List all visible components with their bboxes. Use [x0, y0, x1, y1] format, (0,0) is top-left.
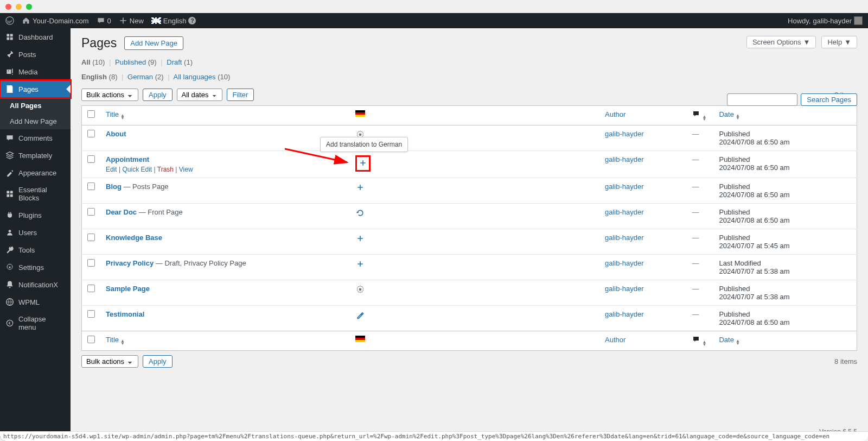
- col-author[interactable]: Author: [599, 106, 686, 125]
- plus-translation-icon[interactable]: [355, 259, 365, 269]
- sidebar-item-pages[interactable]: Pages: [0, 80, 71, 98]
- plus-translation-icon[interactable]: [355, 234, 365, 243]
- row-checkbox[interactable]: [87, 259, 95, 267]
- sidebar-item-collapse-menu[interactable]: Collapse menu: [0, 311, 71, 336]
- date-filter-select[interactable]: All dates: [177, 89, 222, 101]
- page-title-link[interactable]: Knowledge Base: [106, 234, 162, 242]
- sidebar-item-plugins[interactable]: Plugins: [0, 206, 71, 224]
- plus-translation-icon[interactable]: [358, 158, 368, 168]
- date-cell: Published2024/07/08 at 6:50 am: [713, 151, 857, 178]
- pencil-translation-icon[interactable]: [355, 310, 365, 320]
- page-title-link[interactable]: Appointment: [106, 155, 149, 163]
- row-checkbox[interactable]: [87, 155, 95, 163]
- svg-point-6: [9, 230, 11, 232]
- col-date[interactable]: Date▲▼: [713, 106, 857, 125]
- filter-published[interactable]: Published: [115, 58, 146, 66]
- author-link[interactable]: galib-hayder: [605, 130, 644, 138]
- comment-icon: [692, 336, 700, 343]
- edit-link[interactable]: Edit: [106, 166, 117, 173]
- select-all-checkbox[interactable]: [87, 110, 95, 118]
- page-title-link[interactable]: Testimonial: [106, 310, 144, 318]
- screen-options-button[interactable]: Screen Options ▼: [746, 36, 816, 48]
- col-date-bottom[interactable]: Date▲▼: [713, 331, 857, 351]
- row-checkbox[interactable]: [87, 208, 95, 216]
- plugins-icon: [5, 211, 14, 219]
- filter-all[interactable]: All: [81, 58, 91, 66]
- help-button[interactable]: Help ▼: [821, 36, 857, 48]
- gear-translation-icon[interactable]: [355, 285, 365, 294]
- wp-logo[interactable]: [5, 16, 14, 25]
- filter-german[interactable]: German: [127, 73, 153, 81]
- site-name-link[interactable]: Your-Domain.com: [22, 16, 89, 25]
- author-link[interactable]: galib-hayder: [605, 259, 644, 267]
- mac-maximize-icon[interactable]: [26, 4, 32, 10]
- author-link[interactable]: galib-hayder: [605, 208, 644, 216]
- submenu-all-pages[interactable]: All Pages: [0, 98, 71, 114]
- page-title-link[interactable]: Sample Page: [106, 285, 150, 293]
- submenu-add-new-page[interactable]: Add New Page: [0, 114, 71, 129]
- svg-rect-3: [10, 191, 13, 193]
- author-link[interactable]: galib-hayder: [605, 310, 644, 318]
- comment-count: —: [692, 234, 699, 242]
- sidebar-item-users[interactable]: Users: [0, 224, 71, 241]
- language-switcher[interactable]: English?: [151, 17, 196, 25]
- page-title-link[interactable]: About: [106, 130, 126, 138]
- svg-rect-1: [7, 86, 12, 93]
- row-checkbox[interactable]: [87, 310, 95, 318]
- uk-flag-icon: [151, 17, 161, 24]
- select-all-checkbox-bottom[interactable]: [87, 336, 95, 343]
- row-checkbox[interactable]: [87, 182, 95, 190]
- filter-draft[interactable]: Draft: [167, 58, 182, 66]
- page-title-link[interactable]: Dear Doc: [106, 208, 137, 216]
- sidebar-item-appearance[interactable]: Appearance: [0, 164, 71, 181]
- row-checkbox[interactable]: [87, 285, 95, 292]
- page-title-link[interactable]: Blog: [106, 182, 122, 191]
- author-link[interactable]: galib-hayder: [605, 155, 644, 163]
- new-content-link[interactable]: New: [119, 16, 144, 25]
- search-input[interactable]: [727, 93, 797, 106]
- refresh-translation-icon[interactable]: [355, 208, 365, 218]
- col-author-bottom[interactable]: Author: [599, 331, 686, 351]
- sidebar-item-templately[interactable]: Templately: [0, 147, 71, 164]
- sidebar-item-notificationx[interactable]: NotificationX: [0, 276, 71, 293]
- author-link[interactable]: galib-hayder: [605, 234, 644, 242]
- view-link[interactable]: View: [179, 166, 193, 173]
- admin-sidebar: DashboardPostsMediaPagesAll PagesAdd New…: [0, 28, 71, 441]
- quick-edit-link[interactable]: Quick Edit: [122, 166, 152, 173]
- row-checkbox[interactable]: [87, 234, 95, 241]
- author-link[interactable]: galib-hayder: [605, 285, 644, 293]
- sidebar-item-dashboard[interactable]: Dashboard: [0, 28, 71, 46]
- trash-link[interactable]: Trash: [157, 166, 174, 173]
- plus-translation-icon[interactable]: [355, 182, 365, 192]
- mac-minimize-icon[interactable]: [16, 4, 22, 10]
- add-new-page-button[interactable]: Add New Page: [124, 36, 183, 50]
- svg-rect-5: [10, 194, 13, 197]
- filter-button[interactable]: Filter: [227, 89, 254, 101]
- col-title[interactable]: Title▲▼: [100, 106, 350, 125]
- apply-button-bottom[interactable]: Apply: [143, 355, 173, 368]
- filter-english[interactable]: English: [81, 73, 107, 81]
- sidebar-item-media[interactable]: Media: [0, 63, 71, 80]
- col-title-bottom[interactable]: Title▲▼: [100, 331, 350, 351]
- page-title-link[interactable]: Privacy Policy: [106, 259, 154, 267]
- filter-all-languages[interactable]: All languages: [174, 73, 216, 81]
- sidebar-item-comments[interactable]: Comments: [0, 129, 71, 147]
- search-button[interactable]: Search Pages: [801, 93, 857, 106]
- row-checkbox[interactable]: [87, 130, 95, 137]
- apply-button[interactable]: Apply: [143, 89, 173, 101]
- pages-table: Title▲▼ Author ▲▼ Date▲▼ Aboutgalib-hayd…: [81, 105, 857, 351]
- sidebar-item-settings[interactable]: Settings: [0, 259, 71, 276]
- col-german[interactable]: [350, 106, 599, 125]
- author-link[interactable]: galib-hayder: [605, 182, 644, 191]
- mac-close-icon[interactable]: [5, 4, 11, 10]
- sidebar-item-wpml[interactable]: WPML: [0, 293, 71, 311]
- bulk-actions-select-bottom[interactable]: Bulk actions: [81, 355, 138, 368]
- sidebar-item-essential-blocks[interactable]: Essential Blocks: [0, 181, 71, 206]
- status-filters: All (10) | Published (9) | Draft (1): [81, 55, 857, 70]
- sidebar-item-tools[interactable]: Tools: [0, 241, 71, 259]
- comments-link[interactable]: 0: [97, 16, 111, 25]
- howdy-user[interactable]: Howdy, galib-hayder: [788, 16, 863, 25]
- bulk-actions-select[interactable]: Bulk actions: [81, 89, 138, 101]
- sidebar-item-posts[interactable]: Posts: [0, 46, 71, 63]
- col-comments[interactable]: ▲▼: [686, 106, 713, 125]
